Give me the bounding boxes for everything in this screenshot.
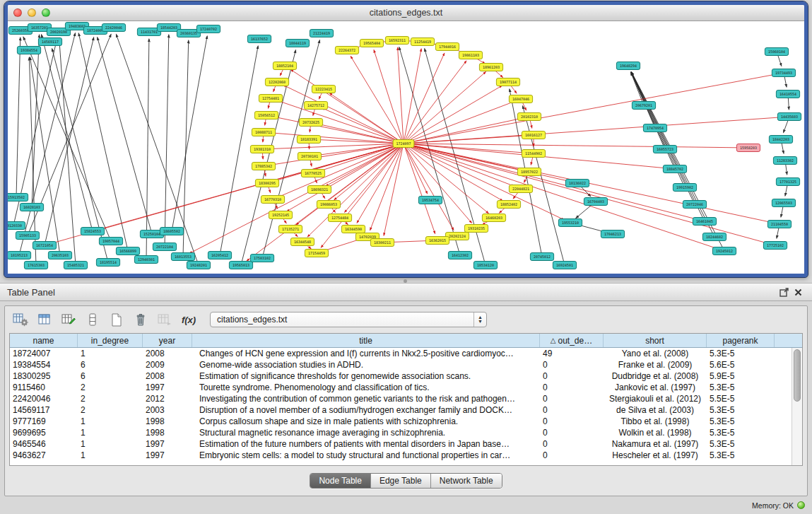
graph-node[interactable]: 12065503: [772, 199, 795, 207]
graph-node[interactable]: 19248201: [187, 262, 210, 269]
graph-node[interactable]: 17725102: [763, 242, 787, 250]
graph-node[interactable]: 19553210: [558, 219, 582, 227]
graph-node[interactable]: 18957022: [517, 168, 541, 176]
import-table-icon[interactable]: [155, 310, 175, 329]
edit-table-icon[interactable]: [59, 310, 78, 329]
graph-node[interactable]: 19861103: [459, 52, 482, 59]
table-mode-icon[interactable]: [11, 310, 30, 329]
graph-node[interactable]: 20722104: [153, 243, 176, 251]
graph-node[interactable]: 19915902: [673, 184, 696, 192]
row-view-icon[interactable]: [83, 310, 102, 329]
tab-edge-table[interactable]: Edge Table: [371, 474, 431, 488]
table-row[interactable]: 977716911998Corpus callosum shape and si…: [10, 416, 792, 427]
graph-node[interactable]: 22044821: [509, 185, 532, 193]
graph-node[interactable]: 19077114: [496, 78, 519, 86]
graph-node[interactable]: 19245012: [712, 247, 736, 255]
graph-node[interactable]: 18534120: [473, 262, 497, 269]
graph-node[interactable]: 16047046: [509, 95, 532, 103]
table-row[interactable]: 911546021997Tourette syndrome. Phenomeno…: [10, 382, 792, 393]
graph-node[interactable]: 17470954: [643, 124, 666, 132]
graph-node[interactable]: 16205412: [208, 252, 231, 259]
column-header-out_de[interactable]: △out_de…: [540, 334, 604, 347]
graph-node[interactable]: 16704403: [584, 198, 607, 206]
graph-node[interactable]: 21104550: [767, 221, 791, 228]
graph-node[interactable]: 18044119: [286, 40, 309, 47]
column-header-short[interactable]: short: [604, 334, 707, 347]
graph-node[interactable]: 12754484: [328, 214, 351, 222]
graph-node[interactable]: 18852104: [273, 62, 296, 70]
table-row[interactable]: 2242004622012Investigating the contribut…: [10, 393, 792, 404]
graph-node[interactable]: 20679201: [632, 102, 655, 110]
graph-node[interactable]: 18244602: [702, 233, 726, 241]
graph-node[interactable]: 20745012: [530, 253, 553, 261]
table-row[interactable]: 969969511998Structural magnetic resonanc…: [10, 427, 792, 438]
column-header-title[interactable]: title: [192, 334, 540, 347]
tab-node-table[interactable]: Node Table: [310, 474, 371, 488]
graph-node[interactable]: 18961203: [479, 64, 502, 71]
graph-node[interactable]: 16137652: [247, 35, 271, 43]
graph-node[interactable]: 18852402: [497, 201, 520, 209]
graph-node[interactable]: 17615303: [24, 262, 47, 269]
graph-node[interactable]: 19252145: [269, 211, 292, 219]
graph-node[interactable]: 19120330: [8, 222, 25, 230]
graph-node[interactable]: 20730101: [298, 153, 321, 160]
graph-node[interactable]: 12754481: [259, 95, 282, 103]
column-header-name[interactable]: name: [10, 334, 78, 347]
graph-node[interactable]: 20722046: [683, 201, 706, 209]
column-header-in_degree[interactable]: in_degree: [78, 334, 143, 347]
graph-node[interactable]: 11283302: [773, 157, 796, 165]
column-header-pagerank[interactable]: pagerank: [707, 334, 775, 347]
graph-node[interactable]: 22420046: [102, 24, 125, 32]
graph-node[interactable]: 19534754: [418, 197, 442, 204]
graph-node[interactable]: 17240702: [196, 25, 220, 33]
graph-node[interactable]: 18183391: [297, 136, 320, 144]
column-header-year[interactable]: year: [143, 334, 192, 347]
table-row[interactable]: 1938455462009Genome-wide association stu…: [10, 359, 792, 370]
graph-node[interactable]: 14569117: [38, 38, 61, 46]
graph-node[interactable]: 18845702: [663, 165, 686, 173]
graph-node[interactable]: 16592311: [385, 37, 408, 45]
graph-node[interactable]: 19648294: [616, 62, 640, 70]
graph-node[interactable]: 18195514: [96, 259, 119, 267]
graph-node[interactable]: 20102310: [517, 113, 541, 121]
zoom-window-icon[interactable]: [42, 8, 50, 17]
graph-node[interactable]: 16460203: [482, 214, 505, 222]
graph-node[interactable]: 16362015: [425, 237, 449, 245]
create-column-icon[interactable]: [107, 310, 126, 329]
graph-node[interactable]: 15056512: [254, 112, 278, 119]
graph-node[interactable]: 11254419: [411, 38, 434, 46]
graph-node[interactable]: 16461045: [693, 218, 716, 226]
network-canvas[interactable]: 1724097188521041220206012754481150565121…: [8, 22, 804, 274]
delete-column-icon[interactable]: [131, 310, 151, 329]
graph-node[interactable]: 16770525: [301, 170, 324, 177]
graph-node[interactable]: 16055723: [653, 146, 676, 153]
graph-node[interactable]: 16344548: [290, 238, 314, 246]
graph-node[interactable]: 15958203: [736, 144, 760, 152]
graph-node[interactable]: 18300211: [370, 239, 394, 247]
graph-node[interactable]: 18136022: [565, 180, 589, 187]
graph-node[interactable]: 14435603: [777, 113, 801, 121]
graph-node[interactable]: 16344590: [341, 226, 365, 233]
table-row[interactable]: 1830029562008Estimation of significance …: [10, 370, 792, 382]
graph-node[interactable]: 17701325: [776, 178, 799, 186]
graph-node[interactable]: 20732625: [299, 119, 322, 127]
graph-node[interactable]: 19057044: [99, 238, 122, 245]
graph-node[interactable]: 19565013: [229, 262, 252, 269]
graph-node[interactable]: 18698321: [307, 186, 331, 194]
graph-node[interactable]: 21224419: [310, 30, 333, 37]
graph-node[interactable]: 15060104: [765, 48, 788, 56]
graph-node[interactable]: 19384554: [17, 47, 40, 54]
close-window-icon[interactable]: [13, 8, 22, 17]
tab-network-table[interactable]: Network Table: [431, 474, 502, 488]
graph-node[interactable]: 12202060: [265, 78, 288, 86]
graph-node[interactable]: 15485321: [64, 262, 87, 269]
graph-node[interactable]: 17046213: [601, 230, 624, 238]
table-row[interactable]: 1872400712008Changes of HCN gene express…: [10, 348, 792, 359]
graph-node[interactable]: 19734493: [772, 69, 795, 77]
graph-node[interactable]: 16412302: [448, 252, 471, 259]
graph-node[interactable]: 18605502: [160, 228, 183, 235]
graph-node[interactable]: 17154459: [305, 250, 328, 257]
graph-node[interactable]: 15913502: [8, 194, 28, 201]
graph-node[interactable]: 18442203: [769, 136, 792, 144]
graph-node[interactable]: 16770310: [261, 196, 284, 204]
